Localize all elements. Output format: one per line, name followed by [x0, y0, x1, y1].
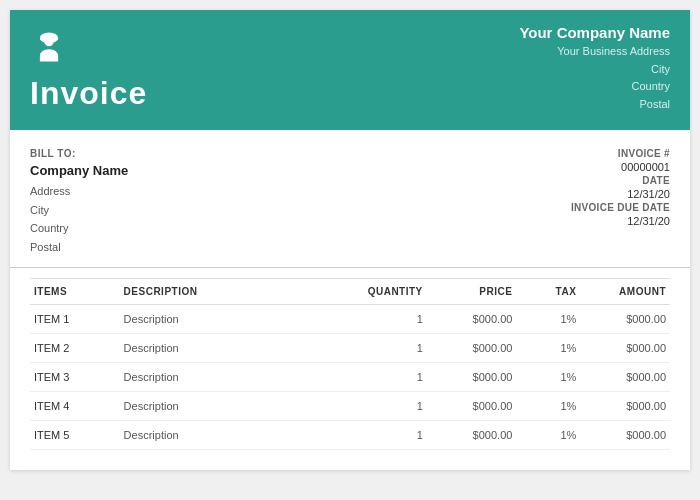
cell-price-0: $000.00: [427, 304, 517, 333]
cell-amount-4: $000.00: [580, 420, 670, 449]
invoice-info-section: INVOICE # 00000001 DATE 12/31/20 INVOICE…: [350, 148, 670, 257]
table-row: ITEM 3 Description 1 $000.00 1% $000.00: [30, 362, 670, 391]
cell-amount-0: $000.00: [580, 304, 670, 333]
company-name: Your Company Name: [519, 24, 670, 41]
company-postal: Postal: [639, 96, 670, 114]
table-row: ITEM 1 Description 1 $000.00 1% $000.00: [30, 304, 670, 333]
col-header-amount: AMOUNT: [580, 278, 670, 304]
cell-tax-0: 1%: [516, 304, 580, 333]
cell-price-4: $000.00: [427, 420, 517, 449]
cell-desc-3: Description: [120, 391, 350, 420]
cell-tax-2: 1%: [516, 362, 580, 391]
cell-desc-0: Description: [120, 304, 350, 333]
invoice-table-section: ITEMS DESCRIPTION QUANTITY PRICE TAX AMO…: [10, 268, 690, 470]
invoice-number-value: 00000001: [590, 161, 670, 173]
cell-desc-1: Description: [120, 333, 350, 362]
cell-qty-1: 1: [350, 333, 427, 362]
table-row: ITEM 2 Description 1 $000.00 1% $000.00: [30, 333, 670, 362]
col-header-description: DESCRIPTION: [120, 278, 350, 304]
bill-city: City: [30, 201, 350, 220]
company-country: Country: [631, 78, 670, 96]
cell-item-4: ITEM 5: [30, 420, 120, 449]
bill-company: Company Name: [30, 163, 350, 178]
table-header-row: ITEMS DESCRIPTION QUANTITY PRICE TAX AMO…: [30, 278, 670, 304]
bill-country: Country: [30, 219, 350, 238]
cell-price-3: $000.00: [427, 391, 517, 420]
cell-amount-1: $000.00: [580, 333, 670, 362]
col-header-quantity: QUANTITY: [350, 278, 427, 304]
cell-amount-3: $000.00: [580, 391, 670, 420]
cell-item-1: ITEM 2: [30, 333, 120, 362]
cell-tax-3: 1%: [516, 391, 580, 420]
cell-amount-2: $000.00: [580, 362, 670, 391]
table-row: ITEM 5 Description 1 $000.00 1% $000.00: [30, 420, 670, 449]
date-value-row: 12/31/20: [350, 188, 670, 200]
svg-point-2: [44, 37, 53, 46]
cell-item-0: ITEM 1: [30, 304, 120, 333]
cell-qty-0: 1: [350, 304, 427, 333]
cell-tax-4: 1%: [516, 420, 580, 449]
company-address: Your Business Address: [557, 43, 670, 61]
table-body: ITEM 1 Description 1 $000.00 1% $000.00 …: [30, 304, 670, 449]
invoice-number-label: INVOICE #: [618, 148, 670, 159]
cell-qty-3: 1: [350, 391, 427, 420]
cell-item-2: ITEM 3: [30, 362, 120, 391]
col-header-tax: TAX: [516, 278, 580, 304]
invoice-table: ITEMS DESCRIPTION QUANTITY PRICE TAX AMO…: [30, 278, 670, 450]
bill-address: Address: [30, 182, 350, 201]
bill-to-section: BILL TO: Company Name Address City Count…: [30, 148, 350, 257]
cell-tax-1: 1%: [516, 333, 580, 362]
invoice-number-value-row: 00000001: [350, 161, 670, 173]
bill-postal: Postal: [30, 238, 350, 257]
date-label: DATE: [642, 175, 670, 186]
company-icon: [30, 28, 330, 69]
col-header-price: PRICE: [427, 278, 517, 304]
date-label-row: DATE: [350, 175, 670, 186]
date-value: 12/31/20: [590, 188, 670, 200]
cell-item-3: ITEM 4: [30, 391, 120, 420]
bill-to-label: BILL TO:: [30, 148, 350, 159]
col-header-items: ITEMS: [30, 278, 120, 304]
due-date-label: INVOICE DUE DATE: [571, 202, 670, 213]
invoice-number-row: INVOICE #: [350, 148, 670, 159]
invoice-header: Invoice Your Company Name Your Business …: [10, 10, 690, 130]
info-section: BILL TO: Company Name Address City Count…: [10, 130, 690, 268]
cell-desc-2: Description: [120, 362, 350, 391]
invoice-container: Invoice Your Company Name Your Business …: [10, 10, 690, 470]
header-right: Your Company Name Your Business Address …: [350, 10, 690, 130]
company-city: City: [651, 61, 670, 79]
invoice-title: Invoice: [30, 75, 330, 112]
due-date-label-row: INVOICE DUE DATE: [350, 202, 670, 213]
header-left: Invoice: [10, 10, 350, 130]
due-date-value-row: 12/31/20: [350, 215, 670, 227]
cell-desc-4: Description: [120, 420, 350, 449]
due-date-value: 12/31/20: [590, 215, 670, 227]
cell-price-1: $000.00: [427, 333, 517, 362]
table-row: ITEM 4 Description 1 $000.00 1% $000.00: [30, 391, 670, 420]
cell-price-2: $000.00: [427, 362, 517, 391]
cell-qty-4: 1: [350, 420, 427, 449]
cell-qty-2: 1: [350, 362, 427, 391]
